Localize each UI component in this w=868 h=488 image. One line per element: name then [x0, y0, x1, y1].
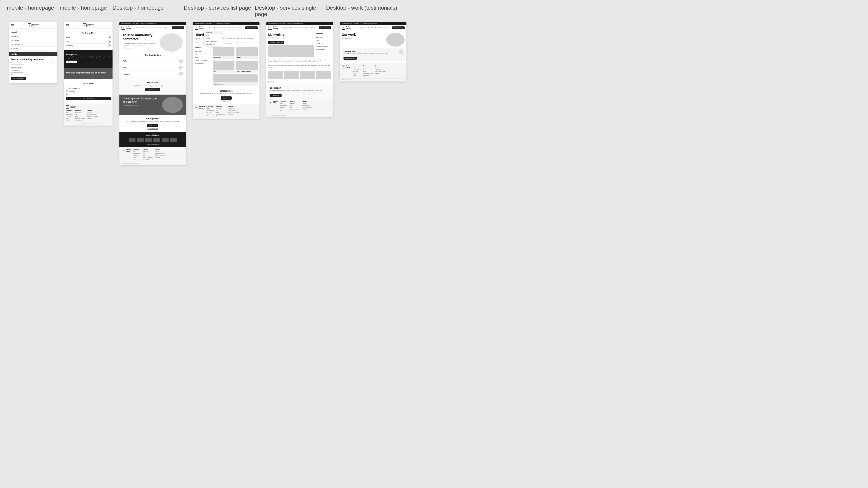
nav-accreditations-services[interactable]: Accreditations: [228, 27, 236, 29]
desktop-one-stop-link[interactable]: Read more about our work ›: [123, 104, 160, 106]
call-us-btn-services[interactable]: Call us now: [221, 96, 232, 100]
gallery-prev[interactable]: ‹: [268, 81, 271, 83]
desktop-phone-number[interactable]: +44 (0)7557 924399: [123, 128, 183, 129]
footer-cols-services: Company About Accreditations Our work Te…: [207, 106, 257, 117]
hamburger-icon[interactable]: [11, 24, 14, 26]
gallery-next[interactable]: ›: [272, 81, 274, 83]
service-card-electric-telecoms[interactable]: Electric and Telecoms: [236, 61, 258, 73]
see-all-accred-link[interactable]: See all Accreditations: [123, 143, 183, 145]
nav-quote-btn-homepage[interactable]: Get a quote today: [172, 26, 184, 29]
mobile-promise-section: Our promise ✓ All inclusive prices ✓ No …: [64, 79, 113, 103]
nav-contact-work[interactable]: Contact: [385, 27, 389, 29]
nav-contact-homepage[interactable]: Contact: [164, 27, 168, 29]
label-mobile1: mobile - homepage: [7, 5, 60, 18]
single-svc-nav-water[interactable]: Water: [316, 42, 331, 45]
svc-nav-water[interactable]: Water: [195, 56, 211, 59]
menu-item-contact[interactable]: Contact: [11, 46, 55, 51]
hamburger-icon-2[interactable]: [66, 24, 69, 26]
nav-accreditations-work[interactable]: Accreditations: [375, 27, 383, 29]
menu-item-ourwork[interactable]: Our work: [11, 38, 55, 42]
menu-item-services[interactable]: Services: [11, 34, 55, 38]
nav-ourwork-homepage[interactable]: Our work: [148, 27, 153, 29]
nav-ourwork-single[interactable]: Our work: [294, 27, 300, 29]
capabilities-title-2: Our Capabilities: [66, 32, 111, 34]
nav-ourwork-services[interactable]: Our work: [221, 27, 226, 29]
menu-item-about[interactable]: About: [11, 30, 55, 34]
footer-services-work: Services Multi-utility Gas Water Electri…: [363, 65, 373, 76]
menu-item-accreditations[interactable]: Accreditations: [11, 42, 55, 46]
case-study-btn[interactable]: Read full case study: [343, 57, 356, 60]
svc-nav-gas[interactable]: Gas: [195, 53, 211, 56]
nav-about-single[interactable]: About: [282, 27, 286, 29]
service-card-gas[interactable]: Gas: [213, 61, 235, 73]
single-contact-btn[interactable]: Contact for a quote today: [268, 41, 284, 44]
nav-quote-btn-single[interactable]: Get a quote today: [319, 26, 331, 29]
nav-services-single[interactable]: Services: [287, 27, 293, 29]
mobile-logo-2: H Heffernan Utilities: [83, 24, 94, 27]
desktop-accreditations-section: Accreditations See all Accreditations: [119, 132, 186, 147]
phone-number-services[interactable]: +44 (0)7557 924399: [196, 100, 256, 102]
mobile-menu-expanded: About Services Our work Accreditations C…: [9, 29, 57, 52]
nav-accreditations-single[interactable]: Accreditations: [302, 27, 310, 29]
footer-logo-services: H Heffernan Utilities: [195, 106, 205, 117]
mobile-quote-btn[interactable]: Get a quote today: [11, 77, 26, 80]
dropdown-water[interactable]: Water: [205, 37, 222, 40]
dropdown-gas[interactable]: Gas: [205, 34, 222, 37]
work-subtitle: Current projects...: [342, 37, 384, 39]
nav-contact-single[interactable]: Contact: [311, 27, 316, 29]
nav-about-services[interactable]: About: [209, 27, 212, 29]
mobile-facebook[interactable]: Facebook: [11, 74, 56, 75]
label-desktop-work: Desktop - work (testimonials): [326, 5, 397, 18]
desktop-call-us-btn[interactable]: Call us now: [147, 124, 158, 127]
case-study-external-icon: ↗: [399, 50, 403, 54]
label-desktop-services-list: Desktop - services list page: [184, 5, 255, 18]
desktop-read-more-link[interactable]: Read more about us ›: [123, 47, 157, 48]
service-card-multi-utility[interactable]: Multi-utility: [213, 47, 235, 59]
nav-about-homepage[interactable]: About: [135, 27, 139, 29]
footer-company-services: Company About Accreditations Our work Te…: [207, 106, 214, 117]
nav-contact-services[interactable]: Contact: [238, 27, 242, 29]
read-more-link[interactable]: Read more about us ›: [11, 67, 56, 68]
one-stop-title-mobile: One stop shop for water, gas and electri…: [66, 72, 111, 74]
footer-logo-text-services: Heffernan Utilities: [199, 106, 205, 109]
cap-water-icon: ⊕: [179, 59, 183, 63]
single-svc-nav-reinstatement[interactable]: Reinstatement: [316, 48, 331, 51]
svc-nav-multi-utility[interactable]: Multi-utility: [195, 50, 211, 53]
dropdown-electric-telecoms[interactable]: Electric & Telecoms: [205, 40, 222, 43]
mobile-quote-btn-2[interactable]: Get a quote today: [66, 97, 111, 100]
dropdown-reinstatement[interactable]: Reinstatement: [205, 43, 222, 46]
nav-services-homepage[interactable]: Services: [141, 27, 146, 29]
nav-quote-btn-work[interactable]: Get a quote today: [392, 26, 405, 29]
questions-desc: We are available for call out 24 hours a…: [270, 90, 330, 92]
nav-quote-btn-services[interactable]: Get a quote today: [245, 26, 258, 29]
nav-about-work[interactable]: About: [356, 27, 359, 29]
nav-services-work[interactable]: Services: [361, 27, 366, 29]
gallery-img-2: [284, 71, 300, 79]
service-card-reinstatement[interactable]: Reinstatement: [213, 74, 258, 86]
nav-ourwork-work[interactable]: Our work: [368, 27, 373, 29]
single-svc-nav-multi[interactable]: Multi-utility: [316, 36, 331, 39]
gallery-img-3: [300, 71, 315, 79]
nav-services-services[interactable]: Services: [214, 27, 219, 29]
footer-logo-icon-services: H: [195, 106, 198, 109]
promise-list: ✓ All inclusive prices ✓ No extras ✓ No …: [66, 85, 111, 97]
call-us-btn-2[interactable]: Call us now: [66, 61, 78, 63]
services-nav-title: Services: [195, 47, 211, 50]
desktop-hero-desc-homepage: Providing water, gas and electricity ser…: [123, 42, 157, 46]
dropdown-multi-utility[interactable]: Multi-utility: [205, 31, 222, 34]
single-svc-nav-electric[interactable]: Electric & Telecoms: [316, 45, 331, 48]
desktop-footer-services: H Heffernan Utilities Company About Accr…: [193, 104, 259, 119]
single-image-gallery: [267, 71, 333, 81]
work-hero-left: Our work Current projects...: [342, 33, 384, 46]
desktop-quote-btn[interactable]: Get a quote today: [145, 88, 160, 91]
desktop-nav-homepage: H Heffernan Utilities About Services Our…: [119, 25, 186, 31]
service-card-water[interactable]: Water: [236, 47, 258, 59]
svc-nav-electric-telecoms[interactable]: Electric & Telecoms: [195, 59, 211, 62]
logo-icon-single: H: [268, 26, 272, 30]
footer-company-single: Company About Accreditations Our work Te…: [280, 101, 287, 112]
nav-accreditations-homepage[interactable]: Accreditations: [154, 27, 162, 29]
questions-call-btn[interactable]: Call us today: [270, 94, 281, 97]
work-hero-circle: [386, 33, 405, 46]
svc-nav-reinstatement[interactable]: Reinstatement: [195, 62, 211, 65]
single-svc-nav-gas[interactable]: Gas: [316, 39, 331, 42]
